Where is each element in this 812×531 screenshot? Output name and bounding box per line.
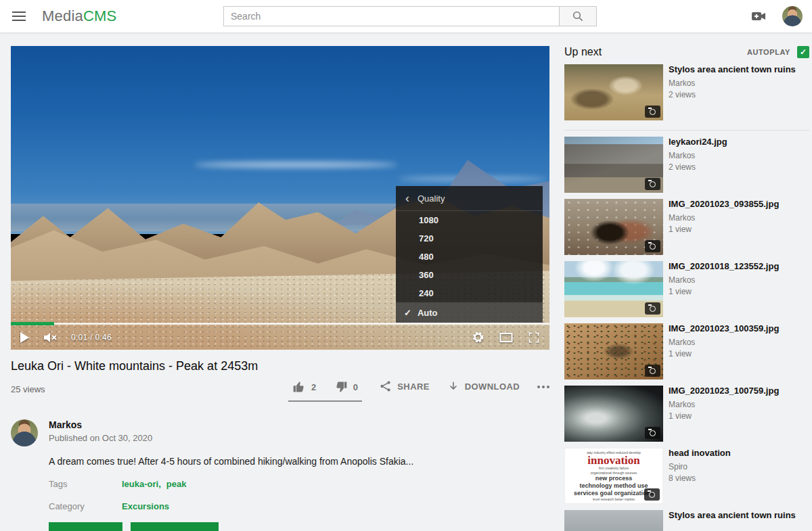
related-thumbnail-wordcloud: way industry effect reduced develop inno… — [564, 448, 663, 504]
download-icon — [447, 380, 459, 392]
camera-badge-icon — [645, 427, 660, 439]
related-media-item[interactable]: Stylos area ancient town ruins — [564, 510, 809, 531]
quality-menu: Quality 1080 720 480 360 240 Auto — [396, 186, 543, 323]
app-logo[interactable]: MediaCMS — [42, 7, 116, 25]
related-media-item[interactable]: Stylos area ancient town ruins Markos 2 … — [564, 64, 809, 120]
autoplay-label: AUTOPLAY — [747, 48, 790, 56]
top-navbar: MediaCMS — [0, 0, 812, 32]
quality-menu-back[interactable]: Quality — [396, 186, 543, 211]
menu-icon[interactable] — [5, 3, 32, 30]
logo-media: Media — [42, 7, 83, 24]
like-count: 2 — [311, 382, 317, 392]
video-frame-cloud — [194, 162, 397, 168]
more-options-icon[interactable] — [537, 380, 549, 388]
play-button[interactable] — [20, 332, 29, 343]
related-thumbnail — [564, 64, 663, 120]
media-description: A dream comes true! After 4-5 hours of c… — [49, 456, 549, 467]
camera-badge-icon — [644, 488, 660, 501]
related-thumbnail — [564, 199, 663, 255]
category-link[interactable]: Excursions — [122, 501, 169, 511]
video-player[interactable]: Quality 1080 720 480 360 240 Auto — [11, 46, 549, 350]
search-input[interactable] — [223, 6, 560, 26]
theater-mode-icon[interactable] — [499, 332, 513, 343]
autoplay-checkbox[interactable] — [797, 46, 809, 58]
media-title: Leuka Ori - White mountains - Peak at 24… — [11, 359, 549, 373]
time-display: 0:01 / 0:46 — [71, 333, 112, 342]
camera-badge-icon — [645, 302, 660, 315]
user-avatar[interactable] — [782, 6, 803, 26]
search-icon — [572, 10, 584, 22]
video-controls: 0:01 / 0:46 — [11, 325, 549, 350]
related-thumbnail — [564, 386, 663, 442]
dislike-count: 0 — [353, 382, 359, 392]
tags-label: Tags — [49, 479, 122, 489]
related-media-item[interactable]: way industry effect reduced develop inno… — [564, 448, 809, 504]
vote-group: 2 0 — [288, 380, 362, 402]
quality-option-auto[interactable]: Auto — [396, 302, 543, 323]
views-count: 25 views — [11, 380, 45, 394]
related-media-item[interactable]: IMG_20201023_093855.jpg Markos 1 view — [564, 199, 809, 255]
tag-link-leuka-ori[interactable]: leuka-ori, — [122, 479, 161, 489]
share-button[interactable]: SHARE — [380, 380, 430, 392]
thumbs-up-icon — [292, 380, 306, 394]
up-next-title: Up next — [564, 46, 602, 58]
tags-row: Tags leuka-ori, peak — [49, 479, 549, 489]
quality-option-720[interactable]: 720 — [396, 229, 543, 248]
camera-badge-icon — [645, 178, 660, 190]
quality-option-240[interactable]: 240 — [396, 284, 543, 302]
related-media-item[interactable]: IMG_20201023_100759.jpg Markos 1 view — [564, 386, 809, 442]
quality-option-480[interactable]: 480 — [396, 248, 543, 266]
related-thumbnail — [564, 510, 663, 531]
check-icon — [404, 308, 411, 318]
related-media-item[interactable]: IMG_20201023_100359.jpg Markos 1 view — [564, 323, 809, 379]
author-avatar[interactable] — [11, 419, 38, 446]
download-button[interactable]: DOWNLOAD — [447, 380, 520, 392]
publish-date: Published on Oct 30, 2020 — [49, 433, 152, 443]
like-button[interactable]: 2 — [292, 380, 317, 394]
delete-media-button[interactable]: DELETE MEDIA — [131, 522, 219, 531]
mute-icon[interactable] — [43, 331, 58, 344]
quality-option-1080[interactable]: 1080 — [396, 211, 543, 229]
quality-option-360[interactable]: 360 — [396, 266, 543, 284]
logo-cms: CMS — [83, 7, 117, 24]
related-thumbnail — [564, 137, 663, 193]
search-bar — [223, 6, 597, 26]
tag-link-peak[interactable]: peak — [166, 479, 187, 489]
edit-media-button[interactable]: EDIT MEDIA — [49, 522, 122, 531]
related-media-item[interactable]: leykaori24.jpg Markos 2 views — [564, 137, 809, 193]
settings-gear-icon[interactable] — [472, 331, 484, 344]
author-name[interactable]: Markos — [49, 419, 152, 430]
category-row: Category Excursions — [49, 501, 549, 511]
share-icon — [380, 380, 392, 392]
camera-badge-icon — [645, 365, 660, 377]
camera-badge-icon — [645, 106, 660, 118]
upload-media-icon[interactable] — [751, 10, 766, 22]
quality-menu-title: Quality — [418, 193, 445, 204]
related-thumbnail — [564, 323, 663, 379]
related-thumbnail — [564, 261, 663, 317]
divider — [564, 130, 809, 131]
category-label: Category — [49, 501, 122, 511]
chevron-left-icon — [405, 192, 409, 204]
dislike-button[interactable]: 0 — [334, 380, 359, 394]
fullscreen-icon[interactable] — [528, 331, 540, 344]
thumbs-down-icon — [334, 380, 348, 394]
related-media-item[interactable]: IMG_20201018_123552.jpg Markos 1 view — [564, 261, 809, 317]
up-next-sidebar: Up next AUTOPLAY Stylos area ancient tow… — [564, 46, 812, 531]
search-button[interactable] — [560, 6, 597, 26]
camera-badge-icon — [645, 240, 660, 252]
